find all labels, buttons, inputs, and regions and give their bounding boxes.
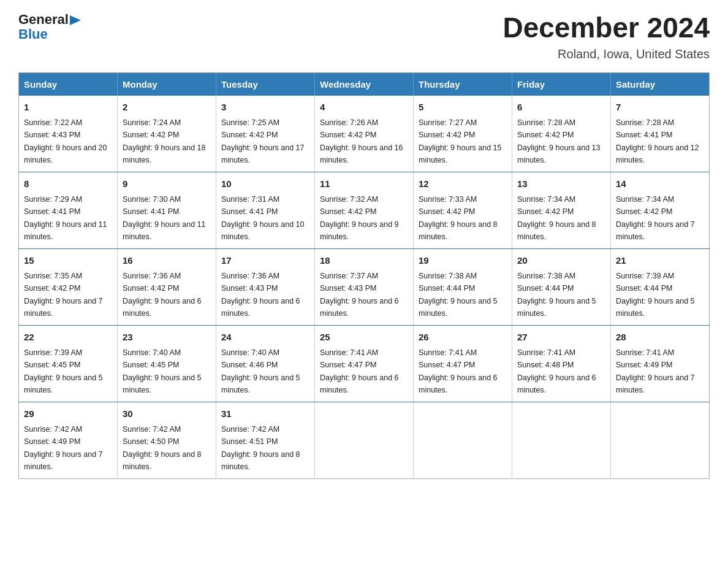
svg-marker-0 <box>70 15 81 25</box>
day-info: Sunrise: 7:35 AMSunset: 4:42 PMDaylight:… <box>24 272 103 318</box>
day-number: 17 <box>221 254 309 268</box>
day-number: 28 <box>616 331 704 345</box>
day-info: Sunrise: 7:29 AMSunset: 4:41 PMDaylight:… <box>24 195 107 241</box>
table-row: 13 Sunrise: 7:34 AMSunset: 4:42 PMDaylig… <box>512 172 611 248</box>
table-row <box>414 402 512 478</box>
day-info: Sunrise: 7:31 AMSunset: 4:41 PMDaylight:… <box>221 195 305 241</box>
day-info: Sunrise: 7:39 AMSunset: 4:45 PMDaylight:… <box>24 348 103 394</box>
day-number: 26 <box>419 331 507 345</box>
header-monday: Monday <box>118 72 216 96</box>
table-row: 2 Sunrise: 7:24 AMSunset: 4:42 PMDayligh… <box>118 96 216 172</box>
table-row <box>611 402 710 478</box>
day-number: 22 <box>24 331 112 345</box>
weekday-header-row: Sunday Monday Tuesday Wednesday Thursday… <box>19 72 710 96</box>
table-row: 4 Sunrise: 7:26 AMSunset: 4:42 PMDayligh… <box>315 96 414 172</box>
day-number: 5 <box>419 101 507 115</box>
logo-blue-text: Blue <box>18 26 48 42</box>
day-info: Sunrise: 7:27 AMSunset: 4:42 PMDaylight:… <box>419 118 502 164</box>
table-row: 25 Sunrise: 7:41 AMSunset: 4:47 PMDaylig… <box>315 325 414 402</box>
title-area: December 2024 Roland, Iowa, United State… <box>502 12 710 61</box>
day-number: 2 <box>123 101 211 115</box>
logo: General Blue <box>18 12 81 42</box>
day-number: 27 <box>517 331 605 345</box>
table-row: 24 Sunrise: 7:40 AMSunset: 4:46 PMDaylig… <box>216 325 315 402</box>
table-row: 9 Sunrise: 7:30 AMSunset: 4:41 PMDayligh… <box>118 172 216 248</box>
day-number: 7 <box>616 101 704 115</box>
day-info: Sunrise: 7:28 AMSunset: 4:42 PMDaylight:… <box>517 118 601 164</box>
day-number: 20 <box>517 254 605 268</box>
table-row: 23 Sunrise: 7:40 AMSunset: 4:45 PMDaylig… <box>118 325 216 402</box>
day-info: Sunrise: 7:41 AMSunset: 4:49 PMDaylight:… <box>616 348 695 394</box>
day-info: Sunrise: 7:25 AMSunset: 4:42 PMDaylight:… <box>221 118 305 164</box>
day-number: 16 <box>123 254 211 268</box>
day-info: Sunrise: 7:41 AMSunset: 4:47 PMDaylight:… <box>419 348 498 394</box>
calendar-week-row: 29 Sunrise: 7:42 AMSunset: 4:49 PMDaylig… <box>19 402 710 478</box>
day-number: 30 <box>123 407 211 421</box>
day-number: 11 <box>320 177 408 191</box>
table-row: 29 Sunrise: 7:42 AMSunset: 4:49 PMDaylig… <box>19 402 118 478</box>
table-row <box>315 402 414 478</box>
table-row: 7 Sunrise: 7:28 AMSunset: 4:41 PMDayligh… <box>611 96 710 172</box>
day-info: Sunrise: 7:42 AMSunset: 4:51 PMDaylight:… <box>221 425 300 471</box>
table-row: 28 Sunrise: 7:41 AMSunset: 4:49 PMDaylig… <box>611 325 710 402</box>
day-info: Sunrise: 7:32 AMSunset: 4:42 PMDaylight:… <box>320 195 399 241</box>
logo-triangle-icon <box>70 15 81 25</box>
calendar-week-row: 8 Sunrise: 7:29 AMSunset: 4:41 PMDayligh… <box>19 172 710 248</box>
day-info: Sunrise: 7:37 AMSunset: 4:43 PMDaylight:… <box>320 272 399 318</box>
day-number: 9 <box>123 177 211 191</box>
header-wednesday: Wednesday <box>315 72 414 96</box>
day-info: Sunrise: 7:42 AMSunset: 4:50 PMDaylight:… <box>123 425 202 471</box>
calendar-week-row: 1 Sunrise: 7:22 AMSunset: 4:43 PMDayligh… <box>19 96 710 172</box>
day-info: Sunrise: 7:40 AMSunset: 4:45 PMDaylight:… <box>123 348 202 394</box>
day-number: 4 <box>320 101 408 115</box>
day-info: Sunrise: 7:41 AMSunset: 4:48 PMDaylight:… <box>517 348 596 394</box>
day-number: 21 <box>616 254 704 268</box>
table-row: 21 Sunrise: 7:39 AMSunset: 4:44 PMDaylig… <box>611 248 710 325</box>
day-info: Sunrise: 7:41 AMSunset: 4:47 PMDaylight:… <box>320 348 399 394</box>
table-row: 30 Sunrise: 7:42 AMSunset: 4:50 PMDaylig… <box>118 402 216 478</box>
day-info: Sunrise: 7:34 AMSunset: 4:42 PMDaylight:… <box>517 195 596 241</box>
day-info: Sunrise: 7:40 AMSunset: 4:46 PMDaylight:… <box>221 348 300 394</box>
location-subtitle: Roland, Iowa, United States <box>502 47 710 61</box>
table-row: 11 Sunrise: 7:32 AMSunset: 4:42 PMDaylig… <box>315 172 414 248</box>
table-row: 6 Sunrise: 7:28 AMSunset: 4:42 PMDayligh… <box>512 96 611 172</box>
header-friday: Friday <box>512 72 611 96</box>
table-row <box>512 402 611 478</box>
day-info: Sunrise: 7:38 AMSunset: 4:44 PMDaylight:… <box>419 272 498 318</box>
table-row: 31 Sunrise: 7:42 AMSunset: 4:51 PMDaylig… <box>216 402 315 478</box>
table-row: 1 Sunrise: 7:22 AMSunset: 4:43 PMDayligh… <box>19 96 118 172</box>
header-saturday: Saturday <box>611 72 710 96</box>
day-info: Sunrise: 7:36 AMSunset: 4:42 PMDaylight:… <box>123 272 202 318</box>
day-number: 24 <box>221 331 309 345</box>
header-thursday: Thursday <box>414 72 512 96</box>
day-number: 31 <box>221 407 309 421</box>
day-info: Sunrise: 7:39 AMSunset: 4:44 PMDaylight:… <box>616 272 695 318</box>
day-info: Sunrise: 7:24 AMSunset: 4:42 PMDaylight:… <box>123 118 206 164</box>
day-number: 13 <box>517 177 605 191</box>
page-header: General Blue December 2024 Roland, Iowa,… <box>18 12 710 61</box>
header-sunday: Sunday <box>19 72 118 96</box>
calendar-week-row: 22 Sunrise: 7:39 AMSunset: 4:45 PMDaylig… <box>19 325 710 402</box>
table-row: 17 Sunrise: 7:36 AMSunset: 4:43 PMDaylig… <box>216 248 315 325</box>
table-row: 16 Sunrise: 7:36 AMSunset: 4:42 PMDaylig… <box>118 248 216 325</box>
table-row: 19 Sunrise: 7:38 AMSunset: 4:44 PMDaylig… <box>414 248 512 325</box>
day-number: 8 <box>24 177 112 191</box>
day-info: Sunrise: 7:36 AMSunset: 4:43 PMDaylight:… <box>221 272 300 318</box>
header-tuesday: Tuesday <box>216 72 315 96</box>
day-number: 19 <box>419 254 507 268</box>
table-row: 27 Sunrise: 7:41 AMSunset: 4:48 PMDaylig… <box>512 325 611 402</box>
table-row: 5 Sunrise: 7:27 AMSunset: 4:42 PMDayligh… <box>414 96 512 172</box>
day-number: 15 <box>24 254 112 268</box>
day-number: 18 <box>320 254 408 268</box>
table-row: 26 Sunrise: 7:41 AMSunset: 4:47 PMDaylig… <box>414 325 512 402</box>
day-number: 14 <box>616 177 704 191</box>
day-number: 10 <box>221 177 309 191</box>
day-number: 29 <box>24 407 112 421</box>
table-row: 3 Sunrise: 7:25 AMSunset: 4:42 PMDayligh… <box>216 96 315 172</box>
calendar-week-row: 15 Sunrise: 7:35 AMSunset: 4:42 PMDaylig… <box>19 248 710 325</box>
logo-general-text: General <box>18 12 69 27</box>
day-number: 1 <box>24 101 112 115</box>
table-row: 8 Sunrise: 7:29 AMSunset: 4:41 PMDayligh… <box>19 172 118 248</box>
table-row: 10 Sunrise: 7:31 AMSunset: 4:41 PMDaylig… <box>216 172 315 248</box>
table-row: 18 Sunrise: 7:37 AMSunset: 4:43 PMDaylig… <box>315 248 414 325</box>
